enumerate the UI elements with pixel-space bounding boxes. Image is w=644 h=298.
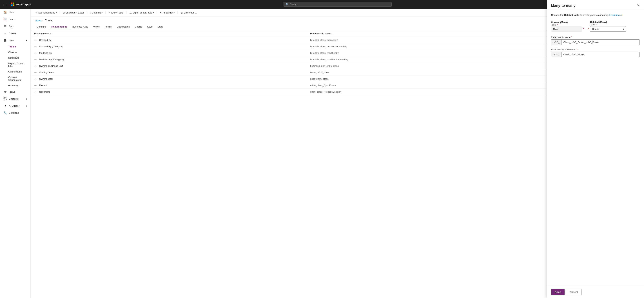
rel-table-name-prefix: crfb6_	[551, 52, 562, 57]
edit-data-excel-button[interactable]: ⊞ Edit data in Excel	[61, 10, 85, 15]
sidebar-item-solutions[interactable]: 🔧 Solutions	[0, 109, 30, 116]
tab-dashboards[interactable]: Dashboards	[114, 23, 132, 30]
sidebar-item-label: Apps	[9, 25, 14, 27]
learn-more-link[interactable]: Learn more	[609, 14, 622, 16]
add-relationship-caret: ▾	[56, 12, 57, 14]
rel-name-input[interactable]	[562, 40, 640, 45]
sidebar-item-ai-builder[interactable]: ✦ AI Builder ▼	[0, 102, 30, 109]
sidebar-item-gateways[interactable]: Gateways	[8, 83, 30, 88]
sidebar-item-learn[interactable]: 📖 Learn	[0, 16, 30, 23]
cell-display-name: ··· Created By (Delegate)	[30, 43, 306, 50]
sidebar-item-chatbots[interactable]: 💬 Chatbots ▼	[0, 95, 30, 102]
connections-label: Connections	[8, 70, 22, 73]
cell-display-name: ··· Regarding	[30, 89, 306, 95]
sidebar-item-create[interactable]: ＋ Create	[0, 30, 30, 37]
sidebar-item-label: Data	[9, 39, 14, 42]
sidebar-item-label: Chatbots	[9, 98, 18, 100]
related-table-group: Related (Many) Table * Books ▾	[590, 21, 626, 32]
row-actions-dots[interactable]: ···	[34, 71, 37, 74]
export-data-label: Export data	[111, 11, 124, 14]
create-icon: ＋	[4, 31, 7, 35]
display-name-value: Modified By (Delegate)	[39, 58, 64, 61]
tab-business-rules[interactable]: Business rules	[70, 23, 91, 30]
related-table-label: Table *	[590, 23, 626, 26]
sort-icon-display-name[interactable]: ↑	[50, 32, 51, 34]
rel-name-prefix: crfb6_	[551, 40, 562, 45]
sidebar-item-label: AI Builder	[9, 105, 20, 107]
row-actions-dots[interactable]: ···	[34, 65, 37, 67]
sidebar-item-export-data-lake[interactable]: Export to data lake	[8, 61, 30, 69]
filter-icon-display-name[interactable]: ⌄	[52, 32, 53, 34]
cancel-button[interactable]: Cancel	[566, 289, 582, 295]
sidebar-item-label: Create	[9, 32, 16, 35]
sidebar-item-apps[interactable]: ⊞ Apps	[0, 23, 30, 30]
export-data-lake-button[interactable]: ☁ Export to data lake ▾	[128, 10, 155, 15]
select-chevron-icon: ▾	[623, 27, 624, 30]
display-name-value: Modified By	[39, 52, 52, 54]
star-right: *	[588, 28, 589, 30]
search-bar[interactable]: 🔍	[284, 2, 392, 7]
related-section-label: Related (Many)	[590, 21, 626, 23]
sidebar-item-data[interactable]: 🗄 Data ▲	[0, 37, 30, 44]
tab-relationships[interactable]: Relationships	[49, 23, 70, 30]
related-required-marker: *	[596, 23, 597, 26]
sidebar: 🏠 Home 📖 Learn ⊞ Apps ＋ Create 🗄 Data ▲ …	[0, 9, 30, 298]
ai-builder-button[interactable]: ✦ AI Builder ▾	[158, 10, 176, 15]
sidebar-item-dataflows[interactable]: Dataflows	[8, 55, 30, 61]
tab-forms[interactable]: Forms	[102, 23, 114, 30]
get-data-button[interactable]: ↓ Get data ▾	[88, 10, 104, 15]
col-header-display-name[interactable]: Display name ↑ ⌄	[30, 30, 306, 37]
export-data-icon: ↗	[108, 11, 110, 14]
cell-display-name: ··· Owning Team	[30, 69, 306, 76]
export-data-lake-label: Export to data lake	[8, 62, 24, 67]
sidebar-item-custom-connectors[interactable]: Custom Connectors	[8, 74, 30, 83]
ai-builder-icon-tb: ✦	[160, 11, 162, 14]
sidebar-item-connections[interactable]: Connections	[8, 69, 30, 74]
tab-data[interactable]: Data	[155, 23, 165, 30]
current-table-label: Table *	[551, 23, 582, 26]
sidebar-item-home[interactable]: 🏠 Home	[0, 9, 30, 16]
breadcrumb-tables-link[interactable]: Tables	[34, 19, 41, 22]
current-section-label: Current (Many)	[551, 21, 582, 23]
export-data-button[interactable]: ↗ Export data	[107, 10, 125, 15]
panel-overlay: Many-to-many ✕ Choose the Related table …	[547, 9, 644, 298]
display-name-value: Regarding	[39, 90, 50, 93]
row-actions-dots[interactable]: ···	[34, 39, 37, 41]
home-icon: 🏠	[4, 10, 7, 14]
search-input[interactable]	[290, 3, 390, 6]
waffle-menu-icon[interactable]: ⋮⋮	[2, 2, 9, 6]
tab-keys[interactable]: Keys	[144, 23, 155, 30]
star-left: *	[583, 28, 584, 30]
breadcrumb-separator: ›	[42, 19, 43, 22]
delete-table-button[interactable]: 🗑 Delete tab…	[179, 10, 198, 15]
tables-label: Tables	[8, 45, 16, 48]
tab-views[interactable]: Views	[91, 23, 102, 30]
rel-table-name-input[interactable]	[562, 52, 640, 57]
sidebar-item-choices[interactable]: Choices	[8, 49, 30, 55]
row-actions-dots[interactable]: ···	[34, 45, 37, 48]
related-table-select[interactable]: Books ▾	[590, 26, 626, 32]
rel-table-name-required: *	[577, 48, 578, 51]
choices-label: Choices	[8, 51, 17, 54]
row-actions-dots[interactable]: ···	[34, 58, 37, 61]
rel-name-label: Relationship name *	[551, 36, 640, 39]
sidebar-item-tables[interactable]: Tables	[8, 44, 30, 49]
solutions-icon: 🔧	[4, 111, 7, 115]
row-actions-dots[interactable]: ···	[34, 90, 37, 93]
data-sub-menu: Tables Choices Dataflows Export to data …	[0, 44, 30, 88]
sidebar-item-flows[interactable]: ⟳ Flows	[0, 88, 30, 95]
tab-charts[interactable]: Charts	[132, 23, 144, 30]
row-actions-dots[interactable]: ···	[34, 84, 37, 87]
tab-columns[interactable]: Columns	[34, 23, 49, 30]
add-relationship-button[interactable]: ＋ Add relationship ▾	[34, 10, 58, 15]
done-button[interactable]: Done	[551, 289, 564, 295]
sidebar-item-label: Solutions	[9, 112, 19, 114]
ms-blue-square	[11, 4, 12, 6]
row-actions-dots[interactable]: ···	[34, 52, 37, 54]
rel-connector: * — *	[582, 27, 590, 32]
panel-header: Many-to-many ✕	[547, 9, 644, 10]
row-actions-dots[interactable]: ···	[34, 78, 37, 80]
export-lake-caret: ▾	[153, 12, 154, 14]
filter-icon-rel-name[interactable]: ⌄	[332, 32, 333, 34]
display-name-value: Created By (Delegate)	[39, 45, 63, 48]
